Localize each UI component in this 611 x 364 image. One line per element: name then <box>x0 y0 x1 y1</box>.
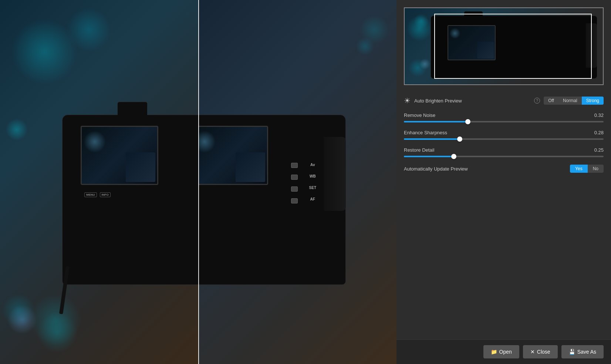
enhance-sharpness-label: Enhance Sharpness <box>404 130 447 135</box>
save-as-label: Save As <box>577 349 596 355</box>
restore-detail-fill <box>404 156 454 157</box>
help-icon[interactable]: ? <box>534 98 540 104</box>
camera-right: Av WB SET AF <box>198 89 346 296</box>
remove-noise-thumb[interactable] <box>465 119 470 124</box>
split-divider[interactable] <box>198 0 199 364</box>
remove-noise-label: Remove Noise <box>404 112 435 118</box>
bokeh-right-2 <box>356 37 374 55</box>
thumb-bokeh-4 <box>419 58 431 70</box>
auto-update-row: Automatically Update Preview Yes No <box>404 165 604 173</box>
bokeh-circle-6 <box>2 294 35 327</box>
enhance-sharpness-header: Enhance Sharpness 0.28 <box>404 130 604 135</box>
remove-noise-group: Remove Noise 0.32 <box>404 112 604 122</box>
enhance-sharpness-thumb[interactable] <box>457 136 462 142</box>
preview-area <box>396 0 611 91</box>
save-icon: 💾 <box>569 349 575 355</box>
right-panel: ☀ Auto Brighten Preview ? Off Normal Str… <box>396 0 611 364</box>
bokeh-circle-7 <box>37 312 78 353</box>
bokeh-circle-5 <box>6 118 28 141</box>
remove-noise-header: Remove Noise 0.32 <box>404 112 604 118</box>
close-label: Close <box>537 349 550 355</box>
remove-noise-fill <box>404 121 468 122</box>
toggle-normal[interactable]: Normal <box>558 97 582 105</box>
enhance-sharpness-group: Enhance Sharpness 0.28 <box>404 130 604 140</box>
no-button[interactable]: No <box>588 165 604 173</box>
folder-icon: 📁 <box>491 349 497 355</box>
restore-detail-track[interactable] <box>404 156 604 157</box>
restore-detail-value: 0.25 <box>591 147 604 153</box>
open-button[interactable]: 📁 Open <box>483 345 519 358</box>
enhance-sharpness-value: 0.28 <box>591 130 604 135</box>
camera-left: MENU INFO <box>55 89 198 296</box>
yes-button[interactable]: Yes <box>570 165 588 173</box>
enhance-sharpness-track[interactable] <box>404 138 604 140</box>
bokeh-circle-2 <box>67 7 111 52</box>
image-left-half: MENU INFO <box>0 0 198 364</box>
auto-brighten-label: Auto Brighten Preview <box>414 98 530 104</box>
restore-detail-group: Restore Detail 0.25 <box>404 147 604 157</box>
sun-icon: ☀ <box>404 96 411 105</box>
enhance-sharpness-fill <box>404 138 460 140</box>
toggle-strong[interactable]: Strong <box>582 97 604 105</box>
preview-thumbnail <box>404 7 604 85</box>
yes-no-toggle-group: Yes No <box>570 165 604 173</box>
close-button[interactable]: ✕ Close <box>523 345 558 358</box>
thumb-bokeh-3 <box>414 14 429 28</box>
remove-noise-track[interactable] <box>404 121 604 122</box>
toggle-off[interactable]: Off <box>544 97 558 105</box>
open-label: Open <box>499 349 512 355</box>
main-image-area: MENU INFO Av WB SET AF <box>0 0 396 364</box>
auto-brighten-row: ☀ Auto Brighten Preview ? Off Normal Str… <box>404 96 604 105</box>
auto-update-label: Automatically Update Preview <box>404 166 468 172</box>
auto-brighten-toggle-group: Off Normal Strong <box>544 97 604 105</box>
restore-detail-thumb[interactable] <box>451 154 456 159</box>
bottom-bar: 📁 Open ✕ Close 💾 Save As <box>396 339 611 364</box>
image-right-half: Av WB SET AF <box>198 0 396 364</box>
remove-noise-value: 0.32 <box>591 112 604 118</box>
restore-detail-label: Restore Detail <box>404 147 434 153</box>
close-icon: ✕ <box>530 349 535 355</box>
save-as-button[interactable]: 💾 Save As <box>561 345 604 358</box>
restore-detail-header: Restore Detail 0.25 <box>404 147 604 153</box>
controls-area: ☀ Auto Brighten Preview ? Off Normal Str… <box>396 91 611 339</box>
preview-selection-box[interactable] <box>434 14 592 79</box>
